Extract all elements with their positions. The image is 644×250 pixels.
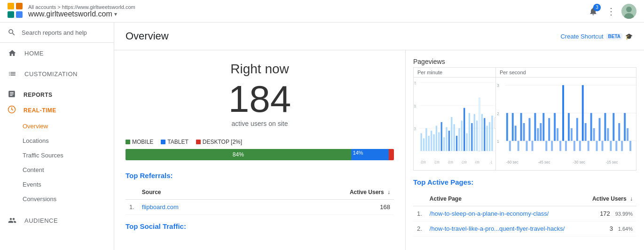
col-users-header: Active Users ↓ (261, 185, 394, 200)
svg-rect-81 (576, 118, 578, 141)
per-minute-body: 75 50 25 (414, 78, 495, 169)
legend-mobile: MOBILE (126, 139, 153, 145)
active-pages-section: Top Active Pages: Active Page Active Use… (413, 178, 636, 236)
site-dropdown-icon[interactable]: ▾ (114, 11, 117, 17)
svg-rect-35 (471, 123, 472, 151)
search-label: Search reports and help (22, 29, 87, 36)
referral-link[interactable]: flipboard.com (142, 203, 179, 211)
beta-badge: BETA (606, 33, 622, 39)
referrals-section: Top Referrals: Source Active Users ↓ (126, 172, 394, 230)
svg-rect-68 (540, 123, 542, 141)
sidebar-item-traffic-sources[interactable]: Traffic Sources (0, 148, 114, 163)
svg-rect-58 (512, 113, 514, 141)
page-link-2[interactable]: /how-to-travel-like-a-pro...quent-flyer-… (430, 225, 565, 232)
svg-text:-45 sec: -45 sec (538, 160, 550, 164)
mobile-dot (126, 140, 130, 144)
device-legend: MOBILE TABLET DESKTOP [2%] (126, 139, 394, 145)
svg-rect-95 (615, 141, 617, 151)
svg-rect-23 (441, 122, 442, 151)
sidebar-item-content[interactable]: Content (0, 163, 114, 177)
sidebar-item-events[interactable]: Events (0, 177, 114, 192)
tablet-label: TABLET (167, 139, 188, 145)
svg-rect-0 (8, 3, 14, 9)
reports-section-icon (8, 90, 16, 100)
breadcrumb: All accounts > https://www.girltweetswor… (28, 4, 580, 10)
svg-rect-22 (438, 132, 440, 151)
legend-desktop: DESKTOP [2%] (196, 139, 242, 145)
svg-text:75: 75 (414, 80, 416, 86)
charts-container: Per minute 75 50 (413, 67, 636, 171)
svg-rect-59 (515, 125, 517, 141)
svg-rect-94 (613, 113, 614, 141)
create-shortcut-button[interactable]: Create Shortcut BETA 🎓 (560, 33, 633, 40)
page-url-1: /how-to-sleep-on-a-plane-in-economy-clas… (426, 206, 583, 221)
right-panel: Pageviews Per minute (406, 50, 644, 250)
active-pages-table: Active Page Active Users ↓ 1. (413, 192, 636, 236)
device-progress-bar: 84% 14% (126, 149, 394, 160)
chart-expand-arrow[interactable]: › (494, 117, 495, 129)
sidebar-item-home[interactable]: HOME (0, 43, 114, 63)
app-logo (8, 3, 23, 19)
sidebar-item-overview[interactable]: Overview (0, 119, 114, 133)
active-users-label: active users on site (126, 120, 394, 127)
svg-rect-32 (463, 108, 465, 151)
svg-rect-76 (562, 85, 564, 141)
more-options-icon[interactable]: ⋮ (606, 6, 616, 17)
sidebar-item-locations[interactable]: Locations (0, 133, 114, 148)
right-now-section: Right now 184 active users on site (126, 62, 394, 127)
svg-rect-16 (423, 138, 424, 151)
sidebar-item-conversions[interactable]: Conversions (0, 192, 114, 206)
svg-rect-57 (509, 141, 511, 151)
chart-per-second: Per second 3 2 1 (495, 67, 636, 171)
sidebar-search[interactable]: Search reports and help (0, 23, 114, 43)
svg-rect-75 (559, 141, 561, 151)
home-label: HOME (24, 50, 44, 57)
svg-text:-1: -1 (491, 160, 492, 164)
svg-rect-84 (585, 123, 587, 141)
svg-rect-63 (526, 141, 528, 151)
social-traffic-label: Top Social Traffic: (126, 222, 394, 230)
svg-rect-39 (481, 114, 483, 151)
row-num-1: 1. (413, 206, 426, 221)
svg-text:2: 2 (497, 111, 499, 116)
sidebar: Search reports and help HOME CUSTOMIZATI… (0, 23, 114, 250)
svg-rect-43 (491, 116, 493, 151)
per-second-svg: 3 2 1 (496, 78, 636, 169)
svg-rect-33 (466, 133, 467, 151)
sidebar-item-customization[interactable]: CUSTOMIZATION (0, 63, 114, 84)
svg-rect-97 (621, 141, 623, 151)
customization-icon (8, 69, 17, 78)
svg-text:-21 min: -21 min (434, 160, 440, 164)
svg-rect-72 (551, 141, 553, 151)
reports-label: Reports (24, 92, 53, 98)
svg-rect-87 (593, 128, 595, 141)
sidebar-item-audience[interactable]: AUDIENCE (0, 210, 114, 231)
page-link-1[interactable]: /how-to-sleep-on-a-plane-in-economy-clas… (430, 210, 549, 217)
svg-text:3: 3 (497, 83, 499, 88)
svg-rect-73 (554, 113, 556, 141)
svg-rect-17 (425, 128, 427, 151)
avatar[interactable] (621, 4, 636, 19)
row-num: 1. (126, 200, 138, 215)
svg-rect-27 (451, 117, 452, 151)
active-count: 184 (126, 80, 394, 118)
svg-rect-2 (8, 11, 14, 18)
notification-icon[interactable]: 3 (586, 4, 601, 19)
svg-rect-31 (461, 121, 463, 151)
topbar-right: 3 ⋮ (586, 4, 636, 19)
svg-rect-61 (520, 113, 522, 141)
svg-rect-77 (565, 141, 567, 151)
tablet-dot (161, 140, 165, 144)
site-name[interactable]: www.girltweetsworld.com ▾ (28, 10, 580, 18)
svg-rect-18 (428, 136, 430, 151)
sidebar-item-realtime[interactable]: REAL-TIME (0, 102, 114, 119)
mobile-bar: 84% (126, 149, 351, 160)
svg-rect-41 (487, 125, 488, 151)
svg-text:-60 sec: -60 sec (506, 160, 518, 164)
pageviews-title: Pageviews (413, 58, 636, 65)
svg-text:1: 1 (497, 139, 499, 144)
per-second-label: Per second (496, 68, 636, 78)
col-num-header (126, 185, 138, 200)
table-row: 1. /how-to-sleep-on-a-plane-in-economy-c… (413, 206, 636, 221)
page-title: Overview (126, 30, 169, 42)
